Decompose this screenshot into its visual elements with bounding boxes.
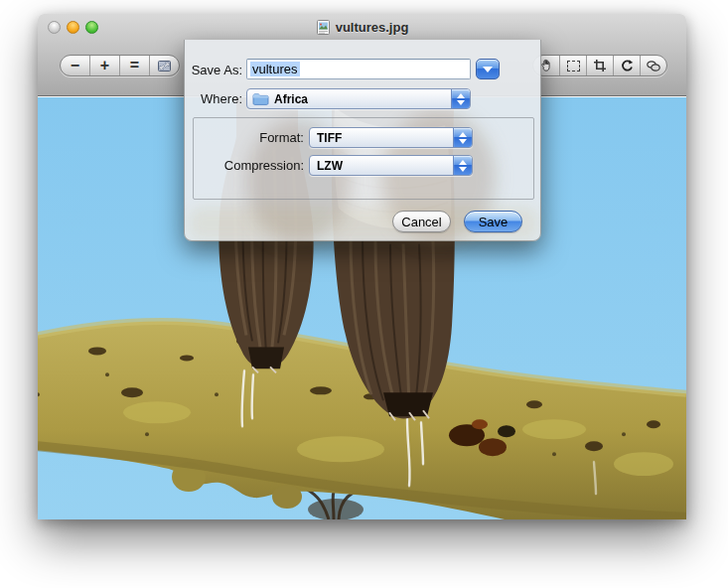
plus-icon: +	[100, 58, 109, 74]
compression-value: LZW	[310, 159, 453, 173]
overlapping-ovals-icon	[646, 60, 661, 73]
cancel-button-label: Cancel	[401, 215, 441, 229]
save-button[interactable]: Save	[464, 211, 522, 232]
format-label: Format:	[185, 130, 304, 145]
zoom-out-button[interactable]: −	[61, 56, 90, 75]
window-title: vultures.jpg	[336, 20, 409, 35]
where-value: Africa	[269, 92, 451, 106]
popup-arrows-icon	[451, 89, 470, 108]
titlebar[interactable]: vultures.jpg	[38, 14, 686, 40]
fit-to-window-button[interactable]	[150, 56, 179, 75]
hand-icon	[539, 59, 553, 73]
save-as-label: Save As:	[185, 63, 242, 77]
where-popup[interactable]: Africa	[246, 88, 471, 109]
popup-arrows-icon	[453, 156, 472, 175]
compression-popup[interactable]: LZW	[309, 155, 473, 176]
rotate-tool-button[interactable]	[614, 56, 641, 75]
filename-selected-text: vultures	[250, 62, 300, 76]
format-popup[interactable]: TIFF	[309, 127, 473, 148]
select-tool-button[interactable]	[560, 56, 587, 75]
actual-size-button[interactable]: =	[120, 56, 150, 75]
popup-arrows-icon	[453, 128, 472, 147]
minus-icon: −	[71, 58, 79, 74]
rotate-icon	[620, 59, 634, 73]
cancel-button[interactable]: Cancel	[392, 211, 451, 232]
filename-input[interactable]: vultures	[246, 59, 471, 79]
format-value: TIFF	[310, 131, 453, 145]
where-label: Where:	[185, 91, 242, 106]
shape-select-tool-button[interactable]	[641, 56, 666, 75]
tools-segmented-control	[532, 55, 667, 76]
document-proxy-icon	[316, 20, 331, 35]
selection-icon	[567, 61, 580, 72]
crop-tool-button[interactable]	[587, 56, 614, 75]
zoom-in-button[interactable]: +	[90, 56, 120, 75]
crop-icon	[593, 59, 607, 73]
equals-icon: =	[130, 58, 139, 74]
save-button-label: Save	[479, 215, 509, 229]
expand-collapse-button[interactable]	[476, 59, 500, 79]
folder-icon	[252, 92, 269, 105]
image-viewer-window: vultures.jpg − + =	[38, 14, 686, 519]
save-sheet: Save As: vultures Where: Africa Format: …	[184, 40, 541, 241]
zoom-segmented-control: − + =	[60, 55, 180, 76]
compression-label: Compression:	[185, 158, 304, 173]
fit-image-icon	[157, 60, 172, 73]
chevron-down-icon	[483, 67, 493, 73]
